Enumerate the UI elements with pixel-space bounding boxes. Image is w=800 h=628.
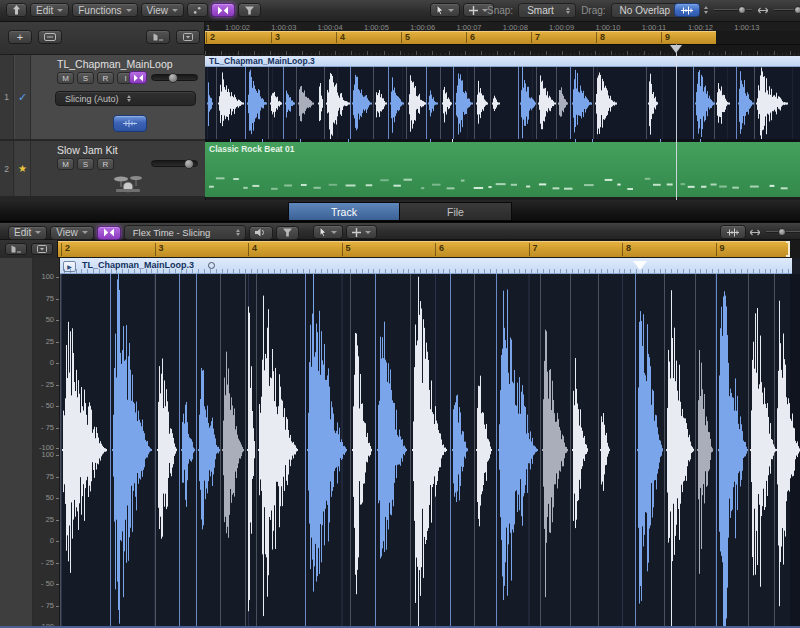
editor-region-strip[interactable]: ▶ TL_Chapman_MainLoop.3 [58,258,792,274]
volume-knob[interactable] [184,159,194,169]
editor-zoom-slider[interactable] [766,231,800,233]
editor-pointer-tool-selector[interactable] [313,225,343,239]
pointer-tool-selector[interactable] [430,3,460,17]
tracks-toolbar: EditFunctionsView Snap: Sm [0,0,800,22]
slider-knob[interactable] [738,6,746,14]
track-m-button[interactable]: M [57,72,74,84]
editor-bar-ruler[interactable]: 23456789 [58,240,800,258]
editor-secondary-tool-selector[interactable] [346,225,377,239]
menu-edit[interactable]: Edit [8,226,47,240]
amp-scale-label: 25 [32,516,59,524]
midi-region[interactable]: Classic Rock Beat 01 [205,142,800,197]
track-s-button[interactable]: S [77,158,94,170]
region-waveform [205,67,800,140]
flex-mode-value: Slicing (Auto) [65,94,127,104]
playhead-marker[interactable] [670,45,682,53]
zoom-preset-button[interactable] [176,30,200,44]
menu-view[interactable]: View [141,3,185,17]
bar-number: 8 [596,32,605,43]
track-s-button[interactable]: S [77,72,94,84]
time-label: 1:00:12 [688,23,713,31]
track-m-button[interactable]: M [57,158,74,170]
filter-button[interactable] [238,3,261,17]
audio-region[interactable]: TL_Chapman_MainLoop.3 [205,56,800,140]
flex-marker[interactable] [633,261,647,270]
horizontal-zoom-slider[interactable] [774,9,800,11]
track-r-button[interactable]: R [97,72,114,84]
time-label: 1:00:06 [410,23,435,31]
funnel-icon [244,6,255,15]
crosshair-icon [352,228,361,237]
caret-icon [365,231,371,234]
menu-view[interactable]: View [50,226,94,240]
cycle-region[interactable]: 23456789 [205,31,716,44]
vertical-zoom-icon[interactable] [704,6,708,14]
time-label: 1:00:05 [364,23,389,31]
track-name[interactable]: TL_Chapman_MainLoop [57,58,173,70]
time-label: 1:00:10 [595,23,620,31]
editor-waveform-area[interactable] [60,274,800,628]
snap-dropdown[interactable]: Smart [518,3,576,18]
loop-circle-icon[interactable] [208,262,215,269]
stepper-icon [236,229,240,237]
time-label: 1:00:07 [457,23,482,31]
editor-cycle-region[interactable]: 23456789 [58,241,790,257]
slider-knob[interactable] [778,228,786,236]
editor-waveform-zoom-button[interactable] [720,225,746,239]
waveform-zoom-icon [680,6,694,15]
horizontal-zoom-icon[interactable] [758,7,768,14]
track-header-2[interactable]: 2 ★ Slow Jam Kit MSR [0,141,205,197]
horizontal-zoom-icon[interactable] [750,229,760,236]
amp-scale-label: - 75 [32,602,59,610]
editor-filter-button[interactable] [276,226,299,240]
drum-kit-icon [112,173,144,193]
volume-knob[interactable] [168,73,178,83]
track-enable-checkbox[interactable]: ✓ [15,55,31,139]
track-star[interactable]: ★ [15,141,31,196]
menu-edit[interactable]: Edit [30,3,69,17]
waveform-zoom-button[interactable] [674,3,700,17]
volume-slider[interactable] [151,74,198,81]
amp-scale-label: 75 [32,473,59,481]
menu-functions[interactable]: Functions [72,3,137,17]
tab-track[interactable]: Track [288,202,400,221]
time-label: 1:00:03 [271,23,296,31]
midi-notes-canvas [205,142,800,197]
box-caret-icon [183,33,193,41]
prelisten-button[interactable] [249,226,273,240]
vertical-zoom-slider[interactable] [714,9,752,11]
bar-ruler[interactable]: 23456789 [205,31,800,44]
catch-playhead-button[interactable] [146,30,170,44]
track-header-1[interactable]: 1 ✓ TL_Chapman_MainLoop MSRI Slicing (Au… [0,55,205,140]
tab-file[interactable]: File [400,202,512,221]
track-r-button[interactable]: R [97,158,114,170]
volume-slider[interactable] [151,160,198,167]
flex-mode-dropdown[interactable]: Flex Time - Slicing [124,225,246,240]
zoom-preset-button[interactable] [31,243,53,255]
flex-enable-button[interactable] [113,115,147,132]
automation-dots-button[interactable] [187,3,208,17]
time-ruler[interactable]: 11:00:021:00:031:00:041:00:051:00:061:00… [205,22,800,31]
region-name-bar[interactable]: TL_Chapman_MainLoop.3 [205,56,800,67]
slider-knob[interactable] [794,6,800,14]
time-label: 1:00:11 [642,23,666,31]
editor-flex-toggle[interactable] [97,226,121,240]
duplicate-track-button[interactable] [38,30,62,44]
bar-number: 2 [61,243,70,256]
flag-icon [10,245,22,253]
box-caret-icon [37,245,47,253]
region-play-button[interactable]: ▶ [63,261,76,272]
flex-toggle-button[interactable] [211,3,235,17]
flex-mode-dropdown[interactable]: Slicing (Auto) [55,91,196,106]
add-track-button[interactable]: + [8,30,32,44]
hierarchy-up-button[interactable] [6,3,27,17]
track-flex-badge[interactable] [129,71,147,84]
amp-scale-label: 75 [32,295,59,303]
drag-label: Drag: [581,5,605,16]
catch-playhead-button[interactable] [5,243,27,255]
ruler-tick-strip[interactable] [205,44,800,55]
time-label: 1:00:04 [318,23,343,31]
bar-number: 6 [466,32,475,43]
track-name[interactable]: Slow Jam Kit [57,144,118,156]
amp-scale-label: 0 [32,537,59,545]
